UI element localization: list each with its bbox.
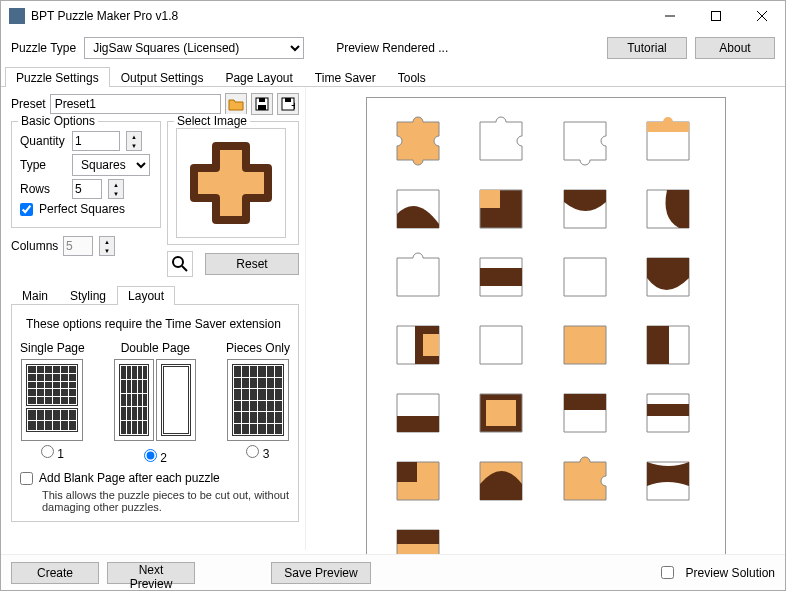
preview-page — [366, 97, 726, 577]
puzzle-piece — [639, 388, 699, 440]
puzzle-pieces-grid — [389, 116, 703, 576]
folder-open-icon — [228, 97, 244, 111]
rows-input[interactable] — [72, 179, 102, 199]
add-blank-label: Add Blank Page after each puzzle — [39, 471, 220, 485]
create-button[interactable]: Create — [11, 562, 99, 584]
save-preset-add-button[interactable]: + — [277, 93, 299, 115]
puzzle-piece — [556, 116, 616, 168]
puzzle-piece — [472, 456, 532, 508]
sub-tabs: Main Styling Layout — [11, 283, 299, 305]
svg-rect-1 — [712, 12, 721, 21]
close-button[interactable] — [739, 1, 785, 31]
rows-stepper[interactable]: ▲▼ — [108, 179, 124, 199]
preview-panel — [306, 87, 785, 550]
puzzle-piece — [389, 184, 449, 236]
puzzle-piece — [556, 388, 616, 440]
open-preset-button[interactable] — [225, 93, 247, 115]
layout-radio-1[interactable] — [41, 445, 54, 458]
puzzle-piece — [389, 456, 449, 508]
puzzle-piece — [389, 116, 449, 168]
magnify-icon — [172, 256, 188, 272]
next-preview-button[interactable]: Next Preview — [107, 562, 195, 584]
app-icon — [9, 8, 25, 24]
layout-option-double: Double Page 2 — [114, 341, 196, 465]
puzzle-type-label: Puzzle Type — [11, 41, 76, 55]
main-tabs: Puzzle Settings Output Settings Page Lay… — [1, 65, 785, 87]
double-page-icon-a[interactable] — [114, 359, 154, 441]
settings-panel: Preset + Basic Options Quantity ▲▼ — [1, 87, 306, 550]
perfect-squares-label: Perfect Squares — [39, 202, 125, 216]
tab-output-settings[interactable]: Output Settings — [110, 67, 215, 87]
puzzle-piece — [389, 252, 449, 304]
single-page-icon[interactable] — [21, 359, 83, 441]
tab-tools[interactable]: Tools — [387, 67, 437, 87]
quantity-label: Quantity — [20, 134, 66, 148]
puzzle-piece — [639, 456, 699, 508]
pieces-only-icon[interactable] — [227, 359, 289, 441]
save-add-icon: + — [281, 97, 295, 111]
layout-panel: These options require the Time Saver ext… — [11, 305, 299, 522]
window-title: BPT Puzzle Maker Pro v1.8 — [31, 9, 647, 23]
layout-radio-2[interactable] — [144, 449, 157, 462]
preview-solution-checkbox[interactable] — [661, 566, 674, 579]
svg-rect-6 — [258, 105, 266, 110]
puzzle-piece — [472, 116, 532, 168]
preset-label: Preset — [11, 97, 46, 111]
preview-solution-label: Preview Solution — [686, 566, 775, 580]
layout-radio-3[interactable] — [246, 445, 259, 458]
save-icon — [255, 97, 269, 111]
save-preset-button[interactable] — [251, 93, 273, 115]
type-select[interactable]: Squares — [72, 154, 150, 176]
toolbar: Puzzle Type JigSaw Squares (Licensed) Pr… — [1, 31, 785, 65]
tab-puzzle-settings[interactable]: Puzzle Settings — [5, 67, 110, 87]
rows-label: Rows — [20, 182, 66, 196]
tutorial-button[interactable]: Tutorial — [607, 37, 687, 59]
puzzle-piece — [472, 388, 532, 440]
add-blank-hint: This allows the puzzle pieces to be cut … — [42, 489, 290, 513]
reset-button[interactable]: Reset — [205, 253, 299, 275]
save-preview-button[interactable]: Save Preview — [271, 562, 371, 584]
minimize-button[interactable] — [647, 1, 693, 31]
tab-page-layout[interactable]: Page Layout — [214, 67, 303, 87]
puzzle-piece — [556, 252, 616, 304]
layout-option-single: Single Page 1 — [20, 341, 85, 465]
preview-status: Preview Rendered ... — [336, 41, 448, 55]
layout-option-pieces: Pieces Only 3 — [226, 341, 290, 465]
subtab-styling[interactable]: Styling — [59, 286, 117, 305]
layout-note: These options require the Time Saver ext… — [26, 317, 290, 331]
svg-text:+: + — [291, 99, 295, 111]
title-bar: BPT Puzzle Maker Pro v1.8 — [1, 1, 785, 31]
puzzle-type-select[interactable]: JigSaw Squares (Licensed) — [84, 37, 304, 59]
type-label: Type — [20, 158, 66, 172]
subtab-layout[interactable]: Layout — [117, 286, 175, 305]
columns-input — [63, 236, 93, 256]
puzzle-piece — [639, 320, 699, 372]
subtab-main[interactable]: Main — [11, 286, 59, 305]
svg-line-11 — [182, 266, 187, 271]
maximize-button[interactable] — [693, 1, 739, 31]
puzzle-piece — [639, 116, 699, 168]
svg-rect-5 — [259, 98, 265, 102]
quantity-stepper[interactable]: ▲▼ — [126, 131, 142, 151]
puzzle-piece — [389, 320, 449, 372]
double-page-icon-b[interactable] — [156, 359, 196, 441]
puzzle-piece — [556, 184, 616, 236]
about-button[interactable]: About — [695, 37, 775, 59]
columns-label: Columns — [11, 239, 57, 253]
image-preview[interactable] — [176, 128, 286, 238]
add-blank-checkbox[interactable] — [20, 472, 33, 485]
puzzle-piece — [556, 456, 616, 508]
puzzle-piece — [389, 388, 449, 440]
magnify-button[interactable] — [167, 251, 193, 277]
columns-stepper: ▲▼ — [99, 236, 115, 256]
puzzle-piece — [472, 320, 532, 372]
svg-point-10 — [173, 257, 183, 267]
puzzle-piece — [472, 184, 532, 236]
basic-options-group: Basic Options Quantity ▲▼ Type Squares R… — [11, 121, 161, 228]
select-image-group: Select Image — [167, 121, 299, 245]
puzzle-piece — [472, 252, 532, 304]
perfect-squares-checkbox[interactable] — [20, 203, 33, 216]
quantity-input[interactable] — [72, 131, 120, 151]
tab-time-saver[interactable]: Time Saver — [304, 67, 387, 87]
preset-input[interactable] — [50, 94, 221, 114]
